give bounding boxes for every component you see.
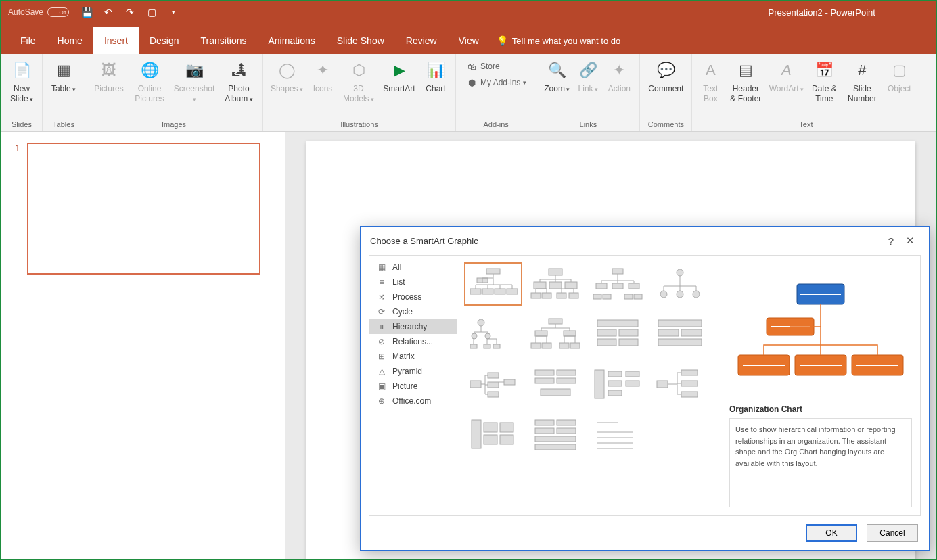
layout-architecture[interactable] <box>526 413 585 456</box>
text-box-button[interactable]: AText Box <box>696 57 725 107</box>
svg-rect-57 <box>541 389 570 396</box>
category-all[interactable]: ▦All <box>369 260 457 275</box>
group-label-slides: Slides <box>5 119 38 130</box>
photo-album-button[interactable]: 🏞Photo Album <box>219 57 258 107</box>
globe-icon: ⊕ <box>376 396 387 406</box>
svg-rect-62 <box>626 371 639 377</box>
layout-picture-org[interactable] <box>589 413 647 456</box>
screenshot-button[interactable]: 📷Screenshot <box>170 57 218 107</box>
layout-horizontal-multi-level[interactable] <box>526 363 585 406</box>
save-icon[interactable]: 💾 <box>78 4 95 20</box>
qat-customize-icon[interactable]: ▾ <box>165 4 181 20</box>
svg-rect-74 <box>557 420 576 425</box>
tab-slide-show[interactable]: Slide Show <box>326 27 395 54</box>
svg-rect-18 <box>593 294 601 299</box>
shapes-button[interactable]: ◯Shapes <box>267 57 306 97</box>
start-from-beginning-icon[interactable]: ▢ <box>143 4 160 20</box>
wordart-button[interactable]: AWordArt <box>767 57 806 97</box>
svg-rect-5 <box>507 289 518 294</box>
icons-icon: ✦ <box>312 60 334 81</box>
layout-lined-list[interactable] <box>464 413 522 456</box>
svg-rect-9 <box>565 282 577 289</box>
tab-animations[interactable]: Animations <box>257 27 325 54</box>
category-hierarchy[interactable]: ᚑHierarchy <box>369 319 457 334</box>
tab-design[interactable]: Design <box>139 27 190 54</box>
zoom-button[interactable]: 🔍Zoom <box>541 57 573 97</box>
action-icon: ✦ <box>608 60 630 81</box>
group-label-tables: Tables <box>47 119 81 130</box>
layout-circle-picture-hierarchy[interactable] <box>651 262 709 306</box>
category-pyramid[interactable]: △Pyramid <box>369 364 457 379</box>
svg-rect-40 <box>597 329 616 336</box>
store-button[interactable]: 🛍Store <box>463 60 529 73</box>
layout-labeled-hierarchy[interactable] <box>526 312 585 356</box>
category-picture[interactable]: ▣Picture <box>369 379 457 394</box>
tab-review[interactable]: Review <box>395 27 448 54</box>
dialog-titlebar: Choose a SmartArt Graphic ? ✕ <box>361 227 929 255</box>
tab-insert[interactable]: Insert <box>93 27 139 54</box>
picture-icon: ▣ <box>376 381 387 391</box>
comment-button[interactable]: 💬Comment <box>644 57 687 97</box>
all-icon: ▦ <box>376 262 387 272</box>
layout-name-title-org[interactable] <box>526 262 585 306</box>
chart-icon: 📊 <box>425 60 447 81</box>
group-label-text: Text <box>696 119 915 130</box>
svg-rect-66 <box>681 381 698 386</box>
slide-number-button[interactable]: #Slide Number <box>842 57 882 107</box>
category-matrix[interactable]: ⊞Matrix <box>369 349 457 364</box>
category-cycle[interactable]: ⟳Cycle <box>369 304 457 319</box>
ok-button[interactable]: OK <box>806 524 857 542</box>
category-office-com[interactable]: ⊕Office.com <box>369 394 457 409</box>
layout-horizontal-hierarchy[interactable] <box>589 363 647 406</box>
table-button[interactable]: ▦ Table <box>47 57 81 97</box>
svg-rect-14 <box>612 269 623 274</box>
action-button[interactable]: ✦Action <box>603 57 635 97</box>
autosave-toggle[interactable]: Off <box>47 7 69 17</box>
header-footer-button[interactable]: ▤Header & Footer <box>726 57 765 107</box>
svg-rect-34 <box>564 331 576 336</box>
undo-icon[interactable]: ↶ <box>100 4 116 20</box>
category-process[interactable]: ⤨Process <box>369 289 457 304</box>
icons-button[interactable]: ✦Icons <box>308 57 338 97</box>
layout-horizontal-org[interactable] <box>464 363 522 406</box>
chart-button[interactable]: 📊Chart <box>420 57 451 97</box>
pictures-button[interactable]: 🖼Pictures <box>89 57 129 97</box>
svg-rect-56 <box>557 378 576 383</box>
new-slide-icon: 📄 <box>11 60 32 81</box>
svg-rect-44 <box>658 320 702 327</box>
autosave-label: AutoSave <box>8 7 43 17</box>
tab-view[interactable]: View <box>448 27 490 54</box>
tell-me-search[interactable]: 💡 Tell me what you want to do <box>490 27 627 54</box>
redo-icon[interactable]: ↷ <box>122 4 138 20</box>
date-time-button[interactable]: 📅Date & Time <box>807 57 841 107</box>
svg-rect-75 <box>535 428 554 434</box>
tab-file[interactable]: File <box>9 27 47 54</box>
smartart-dialog: Choose a SmartArt Graphic ? ✕ ▦All ≡List… <box>360 226 930 551</box>
layout-table-hierarchy[interactable] <box>589 312 647 356</box>
tab-home[interactable]: Home <box>47 27 93 54</box>
category-relationship[interactable]: ⊘Relations... <box>369 334 457 349</box>
layout-hierarchy[interactable] <box>464 312 522 356</box>
cancel-button[interactable]: Cancel <box>867 524 918 542</box>
layout-hierarchy-list[interactable] <box>651 312 709 356</box>
svg-point-27 <box>472 333 477 339</box>
help-icon[interactable]: ? <box>882 235 900 247</box>
3d-models-button[interactable]: ⬡3D Models <box>339 57 378 107</box>
svg-rect-36 <box>542 343 551 348</box>
layout-org-chart[interactable] <box>464 262 522 306</box>
my-addins-button[interactable]: ⬢My Add-ins ▾ <box>463 76 529 89</box>
category-list-item[interactable]: ≡List <box>369 275 457 289</box>
link-button[interactable]: 🔗Link <box>574 57 601 97</box>
pictures-icon: 🖼 <box>98 60 120 81</box>
online-pictures-button[interactable]: 🌐Online Pictures <box>130 57 169 107</box>
object-button[interactable]: ▢Object <box>883 57 915 97</box>
layout-horizontal-labeled[interactable] <box>651 363 709 406</box>
new-slide-button[interactable]: 📄 New Slide <box>5 57 38 107</box>
close-icon[interactable]: ✕ <box>900 235 919 247</box>
tab-transitions[interactable]: Transitions <box>190 27 258 54</box>
layout-half-circle-org[interactable] <box>589 262 647 306</box>
wordart-icon: A <box>775 60 797 81</box>
dialog-buttons: OK Cancel <box>361 516 929 550</box>
smartart-button[interactable]: ▶SmartArt <box>380 57 419 97</box>
slide-thumbnail-1[interactable] <box>27 143 260 275</box>
